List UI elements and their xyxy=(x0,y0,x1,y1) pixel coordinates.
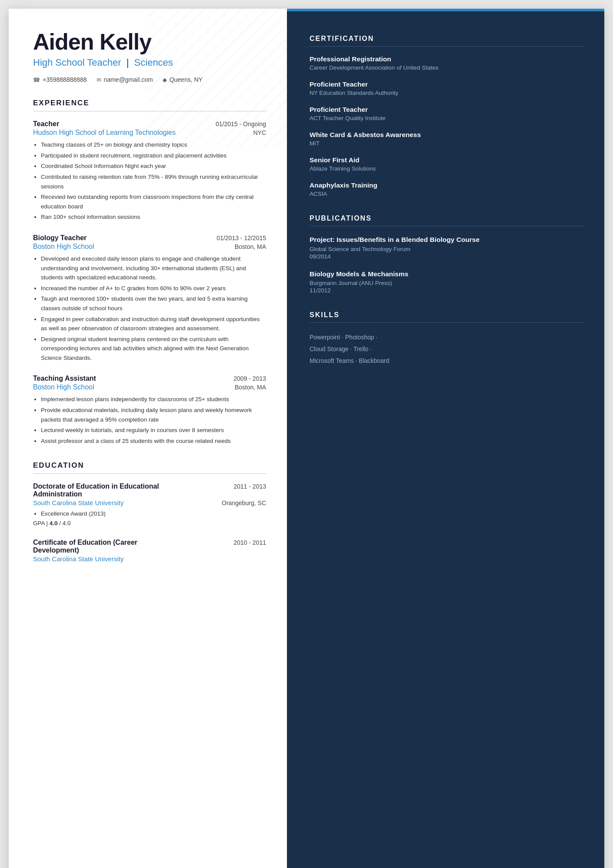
exp-header-row-2: Biology Teacher 01/2013 - 12/2015 xyxy=(33,234,266,242)
list-item: Implemented lesson plans independently f… xyxy=(41,395,266,404)
exp-location-1: NYC xyxy=(253,129,266,136)
edu-header-row-2: Certificate of Education (Career Develop… xyxy=(33,539,266,554)
exp-org-2: Boston High School xyxy=(33,243,94,251)
header-title-sep: | xyxy=(127,57,129,68)
edu-item-1: Doctorate of Education in Educational Ad… xyxy=(33,483,266,526)
cert-item-5: Senior First Aid Ablaze Training Solutio… xyxy=(310,156,585,172)
publications-divider xyxy=(310,226,585,226)
gpa-max: / 4.0 xyxy=(59,520,70,526)
pub-item-2: Biology Models & Mechanisms Burgmann Jou… xyxy=(310,269,585,294)
right-column: CERTIFICATION Professional Registration … xyxy=(287,9,604,868)
cert-org-6: ACSIA xyxy=(310,191,585,197)
pub-journal-2: Burgmann Journal (ANU Press) xyxy=(310,280,585,286)
skills-text: Powerpoint · Photoshop · Cloud Storage ·… xyxy=(310,332,585,366)
left-column: Aiden Kelly High School Teacher | Scienc… xyxy=(9,9,287,868)
skills-divider xyxy=(310,322,585,323)
email-address: name@gmail.com xyxy=(104,76,153,83)
cert-item-3: Proficient Teacher ACT Teacher Quality I… xyxy=(310,106,585,121)
cert-org-3: ACT Teacher Quality Institute xyxy=(310,115,585,121)
cert-item-6: Anaphylaxis Training ACSIA xyxy=(310,181,585,197)
exp-dates-1: 01/2015 - Ongoing xyxy=(216,121,266,127)
cert-name-3: Proficient Teacher xyxy=(310,106,585,114)
header-title-part1: High School Teacher xyxy=(33,57,121,68)
edu-org-row-2: South Carolina State University xyxy=(33,555,266,563)
skills-line-3: Microsoft Teams · Blackboard xyxy=(310,355,585,367)
exp-role-3: Teaching Assistant xyxy=(33,375,96,382)
contact-row: ☎ +359888888888 ✉ name@gmail.com ◆ Queen… xyxy=(33,76,266,83)
pub-title-2: Biology Models & Mechanisms xyxy=(310,269,585,279)
cert-name-1: Professional Registration xyxy=(310,55,585,63)
edu-org-1: South Carolina State University xyxy=(33,499,123,506)
pub-date-1: 09/2014 xyxy=(310,253,585,260)
exp-org-3: Boston High School xyxy=(33,383,94,391)
edu-bullets-1: Excellence Award (2013) xyxy=(33,509,266,519)
exp-item-3: Teaching Assistant 2009 - 2013 Boston Hi… xyxy=(33,375,266,446)
exp-dates-2: 01/2013 - 12/2015 xyxy=(217,235,266,241)
contact-email: ✉ name@gmail.com xyxy=(97,76,153,83)
location-icon: ◆ xyxy=(163,77,167,83)
location-text: Queens, NY xyxy=(170,76,203,83)
phone-icon: ☎ xyxy=(33,77,40,83)
cert-name-2: Proficient Teacher xyxy=(310,80,585,88)
email-icon: ✉ xyxy=(97,77,101,83)
exp-org-row-3: Boston High School Boston, MA xyxy=(33,383,266,391)
pub-journal-1: Global Science and Technology Forum xyxy=(310,246,585,252)
exp-org-row-2: Boston High School Boston, MA xyxy=(33,243,266,251)
experience-section: EXPERIENCE Teacher 01/2015 - Ongoing Hud… xyxy=(33,99,266,446)
cert-org-4: MIT xyxy=(310,140,585,147)
exp-item-1: Teacher 01/2015 - Ongoing Hudson High Sc… xyxy=(33,120,266,222)
pub-title-1: Project: Issues/Benefits in a Blended Bi… xyxy=(310,235,585,245)
exp-location-2: Boston, MA xyxy=(235,243,266,250)
cert-name-4: White Card & Asbestos Awareness xyxy=(310,131,585,139)
edu-org-2: South Carolina State University xyxy=(33,555,123,563)
cert-org-1: Career Development Association of United… xyxy=(310,64,585,71)
cert-name-6: Anaphylaxis Training xyxy=(310,181,585,189)
exp-header-row-1: Teacher 01/2015 - Ongoing xyxy=(33,120,266,128)
education-section: EDUCATION Doctorate of Education in Educ… xyxy=(33,461,266,563)
education-divider xyxy=(33,473,266,474)
exp-role-1: Teacher xyxy=(33,120,59,128)
cert-org-5: Ablaze Training Solutions xyxy=(310,165,585,172)
cert-item-2: Proficient Teacher NY Education Standard… xyxy=(310,80,585,96)
edu-item-2: Certificate of Education (Career Develop… xyxy=(33,539,266,563)
certification-title: CERTIFICATION xyxy=(310,35,585,43)
experience-title: EXPERIENCE xyxy=(33,99,266,107)
list-item: Lectured weekly in tutorials, and regula… xyxy=(41,426,266,435)
edu-location-1: Orangeburg, SC xyxy=(222,499,266,506)
list-item: Increased the number of A+ to C grades f… xyxy=(41,284,266,293)
cert-item-1: Professional Registration Career Develop… xyxy=(310,55,585,71)
education-title: EDUCATION xyxy=(33,461,266,470)
skills-line-1: Powerpoint · Photoshop · xyxy=(310,332,585,343)
list-item: Teaching classes of 25+ on biology and c… xyxy=(41,140,266,150)
list-item: Coordinated School Information Night eac… xyxy=(41,161,266,171)
pub-item-1: Project: Issues/Benefits in a Blended Bi… xyxy=(310,235,585,260)
experience-divider xyxy=(33,111,266,111)
exp-bullets-1: Teaching classes of 25+ on biology and c… xyxy=(33,140,266,222)
exp-org-row-1: Hudson High School of Learning Technolog… xyxy=(33,129,266,137)
edu-org-row-1: South Carolina State University Orangebu… xyxy=(33,499,266,506)
header-title: High School Teacher | Sciences xyxy=(33,57,266,68)
list-item: Developed and executed daily lesson plan… xyxy=(41,254,266,282)
list-item: Recevied two outstanding reports from cl… xyxy=(41,192,266,211)
exp-dates-3: 2009 - 2013 xyxy=(233,375,266,382)
certification-section: CERTIFICATION Professional Registration … xyxy=(310,35,585,197)
edu-dates-1: 2011 - 2013 xyxy=(233,483,266,490)
list-item: Assist professor and a class of 25 stude… xyxy=(41,436,266,446)
cert-item-4: White Card & Asbestos Awareness MIT xyxy=(310,131,585,147)
cert-org-2: NY Education Standards Authority xyxy=(310,90,585,96)
gpa-value: 4.0 xyxy=(50,520,58,526)
list-item: Ran 100+ school information sessions xyxy=(41,212,266,222)
edu-gpa-1: GPA | 4.0 / 4.0 xyxy=(33,520,266,526)
publications-title: PUBLICATIONS xyxy=(310,214,585,222)
list-item: Taugh and mentored 100+ students over th… xyxy=(41,294,266,313)
skills-title: SKILLS xyxy=(310,311,585,319)
exp-item-2: Biology Teacher 01/2013 - 12/2015 Boston… xyxy=(33,234,266,363)
header-name: Aiden Kelly xyxy=(33,30,266,54)
exp-role-2: Biology Teacher xyxy=(33,234,87,242)
contact-location: ◆ Queens, NY xyxy=(163,76,203,83)
contact-phone: ☎ +359888888888 xyxy=(33,76,87,83)
list-item: Contributed to raising retention rate fr… xyxy=(41,172,266,191)
list-item: Engaged in peer collaboration and instru… xyxy=(41,315,266,333)
skills-line-2: Cloud Storage · Trello · xyxy=(310,343,585,355)
list-item: Provide educational materials, including… xyxy=(41,406,266,424)
